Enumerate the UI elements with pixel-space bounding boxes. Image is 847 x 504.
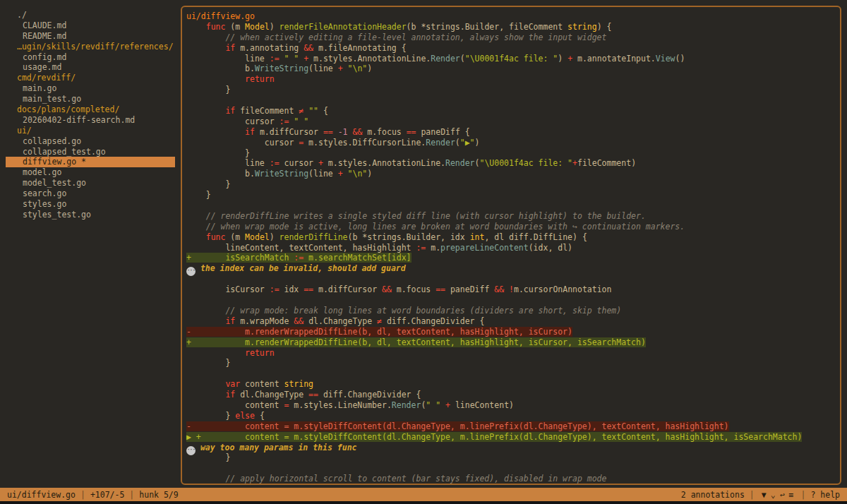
- added-line-highlight: ▶ + content = m.styleDiffContent(dl.Chan…: [186, 432, 802, 442]
- diff-line-added: ▶ + content = m.styleDiffContent(dl.Chan…: [186, 432, 837, 443]
- file-tree-item[interactable]: styles.go: [6, 199, 175, 210]
- file-tree-item[interactable]: main_test.go: [6, 94, 175, 104]
- status-diff-stats: +107/-5: [90, 490, 124, 500]
- scroll-down-icon: ▼: [762, 490, 767, 500]
- file-tree-item[interactable]: model_test.go: [6, 178, 175, 188]
- annotation-line: ··· way too many params in this func: [186, 443, 837, 453]
- code-line: line := cursor + m.styles.AnnotationLine…: [186, 158, 837, 169]
- code-line-blank: [186, 295, 837, 306]
- code-line: b.WriteString(line + "\n"): [186, 169, 837, 179]
- code-line: // renderDiffLine writes a single styled…: [186, 211, 837, 222]
- file-tree-item[interactable]: styles_test.go: [6, 210, 175, 220]
- status-separator: |: [80, 490, 85, 500]
- annotation-line: ··· the index can be invalid, should add…: [186, 263, 837, 274]
- file-tree-item[interactable]: docs/plans/completed/: [6, 104, 175, 115]
- file-tree-item[interactable]: main.go: [6, 83, 175, 94]
- diff-line-added: + m.renderWrappedDiffLine(b, dl, textCon…: [186, 337, 837, 348]
- added-line-highlight: + m.renderWrappedDiffLine(b, dl, textCon…: [186, 337, 646, 347]
- status-annotation-count: 2 annotations: [681, 490, 745, 500]
- file-tree-item[interactable]: CLAUDE.md: [6, 20, 175, 31]
- file-tree-item[interactable]: collapsed.go: [6, 136, 175, 147]
- code-line-blank: [186, 368, 837, 379]
- code-line: }: [186, 190, 837, 200]
- file-tree-item[interactable]: ui/: [6, 126, 175, 136]
- code-line: func (m Model) renderDiffLine(b *strings…: [186, 232, 837, 243]
- status-help-hint[interactable]: ? help: [810, 490, 840, 500]
- wrap-mode-icon: ↩: [780, 490, 785, 500]
- code-line: lineContent, textContent, hasHighlight :…: [186, 243, 837, 253]
- status-hunk-position: hunk 5/9: [139, 490, 178, 500]
- diff-line-removed: - content = m.styleDiffContent(dl.Change…: [186, 421, 837, 432]
- diff-pane[interactable]: ui/diffview.go func (m Model) renderFile…: [181, 6, 841, 485]
- code-line: }: [186, 148, 837, 159]
- revdiff-app: ./CLAUDE.mdREADME.md…ugin/skills/revdiff…: [0, 0, 847, 504]
- code-line-blank: [186, 463, 837, 474]
- code-line: if m.wrapMode && dl.ChangeType ≠ diff.Ch…: [186, 316, 837, 327]
- code-line: line := " " + m.styles.AnnotationLine.Re…: [186, 54, 837, 64]
- status-file-name: ui/diffview.go: [7, 490, 76, 500]
- code-line: var content string: [186, 379, 837, 390]
- annotation-text: the index can be invalid, should add gua…: [196, 263, 406, 273]
- annotation-text: way too many params in this func: [196, 443, 356, 452]
- code-line: isCursor := idx == m.diffCursor && m.foc…: [186, 284, 837, 295]
- code-line: if dl.ChangeType == diff.ChangeDivider {: [186, 390, 837, 400]
- code-line: }: [186, 358, 837, 368]
- code-line: // apply horizontal scroll to content (b…: [186, 474, 837, 484]
- status-separator: |: [750, 490, 755, 500]
- diff-line-added: + isSearchMatch := m.searchMatchSet[idx]: [186, 253, 837, 263]
- file-tree-item[interactable]: collapsed_test.go: [6, 147, 175, 157]
- code-line-blank: [186, 274, 837, 284]
- main-area: ./CLAUDE.mdREADME.md…ugin/skills/revdiff…: [0, 0, 847, 488]
- file-tree-item[interactable]: usage.md: [6, 62, 175, 73]
- code-line: return: [186, 348, 837, 359]
- diff-line-removed: - m.renderWrappedDiffLine(b, dl, textCon…: [186, 327, 837, 337]
- code-line: return: [186, 74, 837, 85]
- status-right: 2 annotations | ▼ ⌄ ↩ ≡ | ? help: [681, 490, 840, 500]
- collapse-icon: ⌄: [771, 490, 776, 500]
- code-line: }: [186, 452, 837, 463]
- file-tree-item[interactable]: 20260402-diff-search.md: [6, 115, 175, 126]
- added-line-highlight: + isSearchMatch := m.searchMatchSet[idx]: [186, 253, 412, 263]
- list-mode-icon: ≡: [789, 490, 794, 500]
- code-line: }: [186, 179, 837, 190]
- code-line: cursor := " ": [186, 116, 837, 127]
- file-tree-item[interactable]: search.go: [6, 188, 175, 199]
- code-line: func (m Model) renderFileAnnotationHeade…: [186, 22, 837, 32]
- file-tree-item[interactable]: ./: [6, 10, 175, 20]
- status-bar: ui/diffview.go | +107/-5 | hunk 5/9 2 an…: [0, 488, 847, 501]
- code-line-blank: [186, 200, 837, 211]
- code-view: ui/diffview.go func (m Model) renderFile…: [186, 11, 837, 484]
- status-left: ui/diffview.go | +107/-5 | hunk 5/9: [7, 490, 179, 500]
- code-line: ui/diffview.go: [186, 11, 837, 22]
- code-line: } else {: [186, 411, 837, 421]
- code-line: if m.diffCursor == -1 && m.focus == pane…: [186, 127, 837, 138]
- cursor-arrow-icon: ▶: [186, 432, 191, 442]
- window-bottom-edge: [0, 501, 847, 504]
- code-line: // when wrap mode is active, long lines …: [186, 222, 837, 232]
- file-tree-item[interactable]: README.md: [6, 31, 175, 42]
- code-line: }: [186, 85, 837, 95]
- code-line: if fileComment ≠ "" {: [186, 106, 837, 116]
- code-line: if m.annotating && m.fileAnnotating {: [186, 43, 837, 54]
- code-line: content = m.styles.LineNumber.Render(" "…: [186, 400, 837, 411]
- file-tree-item-selected[interactable]: diffview.go *: [6, 157, 175, 167]
- status-separator: |: [129, 490, 134, 500]
- file-tree-item[interactable]: cmd/revdiff/: [6, 73, 175, 83]
- status-separator: |: [801, 490, 806, 500]
- file-tree-item[interactable]: model.go: [6, 167, 175, 178]
- code-line: // wrap mode: break long lines at word b…: [186, 306, 837, 316]
- removed-line-highlight: - m.renderWrappedDiffLine(b, dl, textCon…: [186, 327, 572, 337]
- code-line: // when actively editing a file-level an…: [186, 32, 837, 43]
- file-tree-item[interactable]: config.md: [6, 52, 175, 63]
- removed-line-highlight: - content = m.styleDiffContent(dl.Change…: [186, 421, 729, 431]
- file-tree-item[interactable]: …ugin/skills/revdiff/references/: [6, 42, 175, 52]
- file-tree: ./CLAUDE.mdREADME.md…ugin/skills/revdiff…: [6, 6, 175, 485]
- code-line: b.WriteString(line + "\n"): [186, 64, 837, 74]
- code-line: cursor = m.styles.DiffCursorLine.Render(…: [186, 138, 837, 148]
- code-line-blank: [186, 95, 837, 106]
